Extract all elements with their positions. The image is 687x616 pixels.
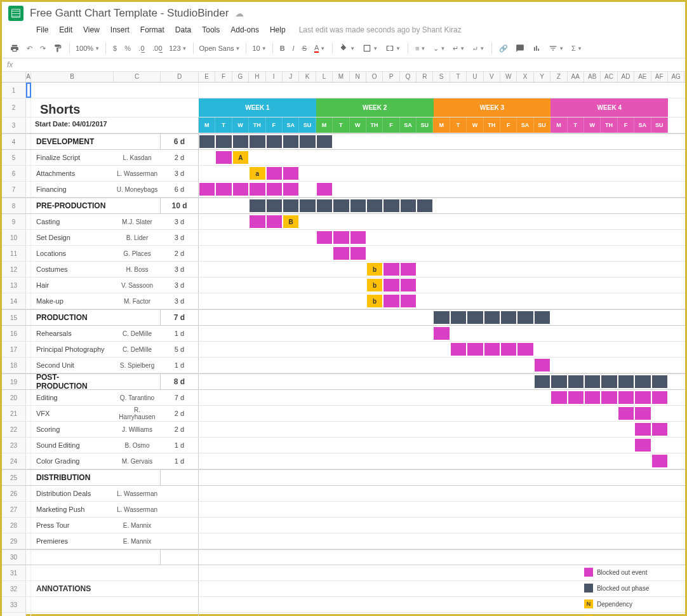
more-formats-dropdown[interactable]: 123▼ [167, 44, 189, 52]
col-header[interactable]: W [500, 72, 517, 82]
menu-format[interactable]: Format [135, 23, 170, 36]
col-header[interactable]: J [283, 72, 299, 82]
menu-view[interactable]: View [78, 23, 105, 36]
row-header[interactable]: 11 [2, 246, 26, 261]
col-header[interactable]: R [417, 72, 433, 82]
increase-decimal-icon[interactable]: .00̲ [149, 42, 166, 55]
row-header[interactable]: 34 [2, 613, 26, 616]
col-header[interactable]: AC [601, 72, 617, 82]
row-header[interactable]: 1 [2, 83, 26, 98]
row-header[interactable]: 20 [2, 390, 26, 405]
row-header[interactable]: 32 [2, 581, 26, 596]
row-header[interactable]: 22 [2, 422, 26, 437]
row-header[interactable]: 27 [2, 502, 26, 517]
paint-format-icon[interactable] [50, 41, 65, 55]
row-header[interactable]: 19 [2, 374, 26, 389]
row-header[interactable]: 15 [2, 310, 26, 325]
text-color-icon[interactable]: A▼ [311, 41, 328, 55]
row-header[interactable]: 3 [2, 117, 26, 133]
col-header[interactable]: AE [634, 72, 651, 82]
h-align-icon[interactable]: ≡▼ [412, 42, 429, 55]
row-header[interactable]: 7 [2, 182, 26, 197]
col-header[interactable]: A [26, 72, 31, 82]
col-header[interactable]: T [450, 72, 467, 82]
col-header[interactable]: D [161, 72, 199, 82]
row-header[interactable]: 16 [2, 326, 26, 341]
font-size-dropdown[interactable]: 10▼ [250, 44, 268, 52]
col-header[interactable]: S [433, 72, 450, 82]
col-header[interactable]: X [517, 72, 533, 82]
row-header[interactable]: 31 [2, 565, 26, 580]
sheets-logo-icon[interactable] [8, 6, 23, 21]
col-header[interactable]: K [299, 72, 316, 82]
col-header[interactable]: O [366, 72, 383, 82]
row-header[interactable]: 26 [2, 486, 26, 501]
col-header[interactable]: AA [568, 72, 584, 82]
menu-tools[interactable]: Tools [197, 23, 225, 36]
col-header[interactable]: G [232, 72, 249, 82]
col-header[interactable]: AF [651, 72, 668, 82]
col-header[interactable]: AD [618, 72, 634, 82]
row-header[interactable]: 13 [2, 278, 26, 293]
row-header[interactable]: 4 [2, 134, 26, 149]
row-header[interactable]: 24 [2, 453, 26, 469]
col-header[interactable]: C [114, 72, 161, 82]
row-header[interactable]: 28 [2, 518, 26, 533]
document-title[interactable]: Free Gantt Chart Template - StudioBinder [30, 7, 229, 20]
col-header[interactable]: Y [534, 72, 550, 82]
insert-chart-icon[interactable] [529, 41, 544, 55]
row-header[interactable]: 17 [2, 342, 26, 357]
col-header[interactable]: Q [400, 72, 417, 82]
col-header[interactable]: B [31, 72, 114, 82]
borders-icon[interactable]: ▼ [359, 41, 381, 55]
col-header[interactable]: Z [550, 72, 567, 82]
merge-cells-icon[interactable]: ▼ [382, 41, 404, 55]
row-header[interactable]: 12 [2, 262, 26, 277]
row-header[interactable]: 8 [2, 198, 26, 213]
col-header[interactable]: I [266, 72, 283, 82]
col-header[interactable]: V [484, 72, 500, 82]
currency-icon[interactable]: $ [110, 42, 120, 55]
print-icon[interactable] [7, 41, 22, 55]
col-header[interactable]: E [199, 72, 215, 82]
cell-A1-selected[interactable] [26, 83, 31, 98]
row-header[interactable]: 2 [2, 98, 26, 117]
col-header[interactable]: N [350, 72, 366, 82]
text-rotation-icon[interactable]: ⤾▼ [469, 42, 488, 55]
filter-icon[interactable]: ▼ [545, 41, 567, 55]
menu-help[interactable]: Help [265, 23, 291, 36]
strikethrough-icon[interactable]: S [299, 42, 310, 55]
decrease-decimal-icon[interactable]: .0̲ [135, 42, 148, 55]
col-header[interactable]: L [316, 72, 333, 82]
formula-bar[interactable]: fx [2, 58, 685, 72]
row-header[interactable]: 29 [2, 533, 26, 549]
row-header[interactable]: 30 [2, 550, 26, 565]
percent-icon[interactable]: % [121, 42, 134, 55]
menu-addons[interactable]: Add-ons [225, 23, 264, 36]
edit-status[interactable]: Last edit was made seconds ago by Shant … [299, 25, 462, 34]
redo-icon[interactable]: ↷ [37, 42, 49, 55]
menu-edit[interactable]: Edit [54, 23, 77, 36]
select-all-corner[interactable] [2, 72, 26, 82]
row-header[interactable]: 25 [2, 470, 26, 485]
fill-color-icon[interactable]: ▼ [337, 41, 358, 55]
row-header[interactable]: 33 [2, 597, 26, 612]
col-header[interactable]: H [249, 72, 265, 82]
font-dropdown[interactable]: Open Sans▼ [197, 44, 243, 52]
col-header[interactable]: U [467, 72, 483, 82]
text-wrap-icon[interactable]: ↵▼ [450, 42, 468, 55]
row-header[interactable]: 9 [2, 214, 26, 229]
col-header[interactable]: M [333, 72, 349, 82]
bold-icon[interactable]: B [277, 42, 288, 55]
functions-icon[interactable]: Σ▼ [568, 42, 585, 55]
row-header[interactable]: 21 [2, 406, 26, 421]
row-header[interactable]: 18 [2, 358, 26, 373]
insert-comment-icon[interactable] [512, 41, 528, 55]
col-header[interactable]: AB [584, 72, 601, 82]
menu-file[interactable]: File [31, 23, 53, 36]
row-header[interactable]: 14 [2, 293, 26, 309]
col-header[interactable]: F [215, 72, 232, 82]
spreadsheet-grid[interactable]: 1 2 Shorts WEEK 1 WEEK 2 WEEK 3 WEEK 4 3… [2, 83, 685, 616]
row-header[interactable]: 23 [2, 438, 26, 453]
menu-insert[interactable]: Insert [105, 23, 135, 36]
